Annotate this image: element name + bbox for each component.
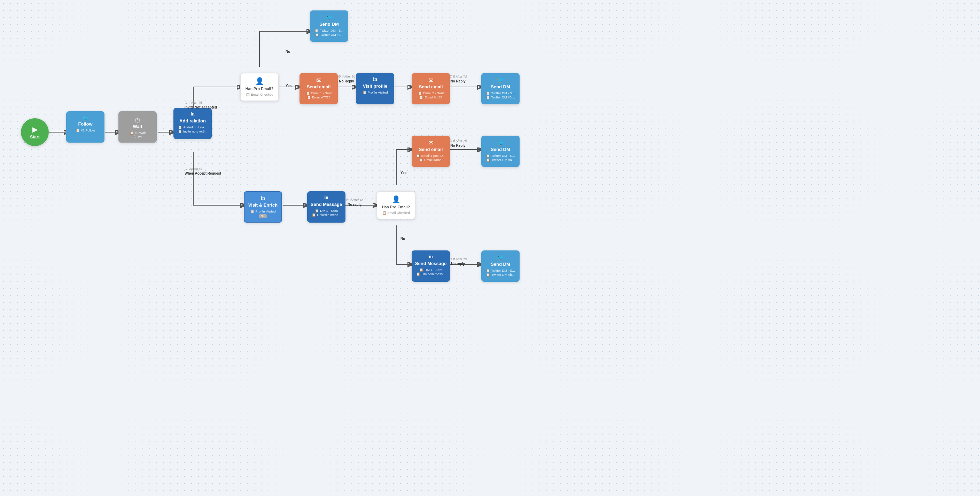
person-icon-1: 👤 <box>255 77 264 85</box>
email-icon-2: ✉ <box>428 76 434 84</box>
send-dm-r1-d2: 📋Twitter DM #6i... <box>486 95 515 99</box>
start-node[interactable]: Start <box>21 118 49 146</box>
send-dm-r2-d2: 📋Twitter DM #a... <box>486 158 515 162</box>
add-relation-title: Add relation <box>179 118 206 124</box>
send-dm-r2-title: Send DM <box>491 147 510 152</box>
email-icon-1: ✉ <box>316 76 321 84</box>
send-dm-top-title: Send DM <box>319 22 339 27</box>
linkedin-icon-msg1: in <box>324 195 328 200</box>
send-dm-top-d2: 📋Twitter DM #a... <box>315 33 344 36</box>
send-message1-d1: 📋DM 1 - Sent <box>315 209 338 212</box>
linkedin-icon-msgbot: in <box>429 254 433 260</box>
send-email1-d1: 📋Email 1 - Sent <box>306 91 332 95</box>
twitter-icon-r1: 🐦 <box>496 76 504 84</box>
send-email-mid-title: Send email <box>419 147 443 152</box>
send-dm-bot-d2: 📋Twitter DM #b... <box>486 273 515 277</box>
send-email-mid-d2: 📋Email #ad29 <box>419 158 443 162</box>
edge-label-when-accept: ⏱ During 4d When Accept Request <box>185 167 221 176</box>
send-dm-bot-title: Send DM <box>491 261 510 267</box>
has-pro-email1-node[interactable]: 👤 Has Pro Email? 📋Email Checked <box>240 73 278 101</box>
send-message1-title: Send Message <box>311 202 342 207</box>
send-dm-r1-d1: 📋Twitter DM - S... <box>486 91 515 95</box>
email-icon-mid: ✉ <box>428 139 434 147</box>
send-dm-top-d1: 📋Twitter DM - S... <box>315 29 344 32</box>
send-dm-right2-node[interactable]: 🐦 Send DM 📋Twitter DM - S... 📋Twitter DM… <box>481 136 520 167</box>
edge-label-no-2: No <box>401 236 405 241</box>
send-dm-bot-node[interactable]: 🐦 Send DM 📋Twitter DM - S... 📋Twitter DM… <box>481 250 520 282</box>
send-dm-bot-d1: 📋Twitter DM - S... <box>486 268 515 273</box>
send-message-bot-node[interactable]: in Send Message 📋DM 1 - Sent 📋Linkedin m… <box>412 250 450 282</box>
visit-profile-d1: 📋Profile Visited <box>363 90 388 94</box>
send-message-bot-title: Send Message <box>415 261 447 266</box>
send-email2-d2: 📋Email #df85 <box>419 95 442 99</box>
edge-label-after7d-1: ⏱ If After 7d No Reply <box>338 75 355 84</box>
visit-profile-title: Visit profile <box>363 84 388 89</box>
send-email2-d1: 📋Email 2 - Sent <box>418 91 444 95</box>
send-message1-d2: 📋Linkedin mess... <box>312 213 341 217</box>
send-message-bot-d1: 📋DM 1 - Sent <box>419 268 442 272</box>
has-pro-email1-title: Has Pro Email? <box>245 87 274 91</box>
send-email1-node[interactable]: ✉ Send email 📋Email 1 - Sent 📋Email #777… <box>299 73 338 105</box>
edge-label-after4d-msg: ⏱ If After 4d No reply <box>346 198 363 207</box>
send-message-bot-d2: 📋Linkedin mess... <box>416 272 445 276</box>
has-pro-email2-detail: 📋Email Checked <box>382 211 410 215</box>
add-relation-detail1: 📋Added on Link... <box>178 125 207 129</box>
twitter-icon-bot: 🐦 <box>496 254 504 261</box>
wait-title: Wait <box>133 124 142 129</box>
old-badge: Old <box>259 214 267 218</box>
edge-label-yes-1: Yes <box>286 84 291 88</box>
edge-label-after7d-mid: ⏱ If After 7d No Reply <box>449 139 467 148</box>
send-dm-right1-node[interactable]: 🐦 Send DM 📋Twitter DM - S... 📋Twitter DM… <box>481 73 520 105</box>
linkedin-icon-visit: in <box>373 76 377 82</box>
has-pro-email1-detail: 📋Email Checked <box>246 92 274 96</box>
send-email2-node[interactable]: ✉ Send email 📋Email 2 - Sent 📋Email #df8… <box>412 73 450 105</box>
edge-label-no-1: No <box>286 49 290 54</box>
play-icon <box>32 125 38 133</box>
visit-enrich-d1: 📋Profile Visited <box>250 209 276 213</box>
flow-canvas: Start Follow 📋#1 Follow Wait 📋#2 Wait ⏱2… <box>0 0 980 496</box>
edge-label-after7d-bot: ⏱ If After 7d No reply <box>449 257 467 266</box>
person-icon-2: 👤 <box>392 195 401 203</box>
follow-detail1: 📋#1 Follow <box>76 128 95 132</box>
follow-node[interactable]: Follow 📋#1 Follow <box>66 111 105 143</box>
wait-node[interactable]: Wait 📋#2 Wait ⏱2d <box>118 111 157 143</box>
follow-title: Follow <box>78 121 92 127</box>
add-relation-node[interactable]: in Add relation 📋Added on Link... 📋Invit… <box>173 108 212 139</box>
has-pro-email2-node[interactable]: 👤 Has Pro Email? 📋Email Checked <box>377 191 415 219</box>
twitter-icon-r2: 🐦 <box>496 139 504 147</box>
linkedin-icon-addrelation: in <box>191 111 195 117</box>
visit-profile-node[interactable]: in Visit profile 📋Profile Visited <box>356 73 394 105</box>
twitter-icon <box>82 115 89 121</box>
send-dm-top-node[interactable]: 🐦 Send DM 📋Twitter DM - S... 📋Twitter DM… <box>310 10 348 42</box>
send-email-mid-d1: 📋Email 1 post D... <box>416 154 446 158</box>
visit-enrich-node[interactable]: in Visit & Enrich 📋Profile Visited Old <box>244 191 282 223</box>
send-dm-r1-title: Send DM <box>491 84 510 90</box>
wait-detail2: ⏱2d <box>134 135 142 139</box>
add-relation-detail2: 📋Invite note #c6... <box>178 129 208 133</box>
send-dm-r2-d1: 📋Twitter DM - S... <box>486 154 515 158</box>
send-message1-node[interactable]: in Send Message 📋DM 1 - Sent 📋Linkedin m… <box>307 191 345 223</box>
twitter-icon-top: 🐦 <box>325 14 333 22</box>
send-email-mid-node[interactable]: ✉ Send email 📋Email 1 post D... 📋Email #… <box>412 136 450 167</box>
start-label: Start <box>30 135 39 139</box>
visit-enrich-title: Visit & Enrich <box>248 203 278 208</box>
send-email1-d2: 📋Email #7770 <box>307 95 331 99</box>
send-email2-title: Send email <box>419 84 443 90</box>
edge-label-yes-2: Yes <box>401 170 406 175</box>
wait-icon <box>135 115 140 124</box>
send-email1-title: Send email <box>307 84 331 90</box>
edge-label-after7d-2: ⏱ If After 7d No Reply <box>449 75 467 84</box>
wait-detail1: 📋#2 Wait <box>130 131 146 135</box>
linkedin-icon-enrich: in <box>261 195 265 201</box>
has-pro-email2-title: Has Pro Email? <box>382 205 410 209</box>
